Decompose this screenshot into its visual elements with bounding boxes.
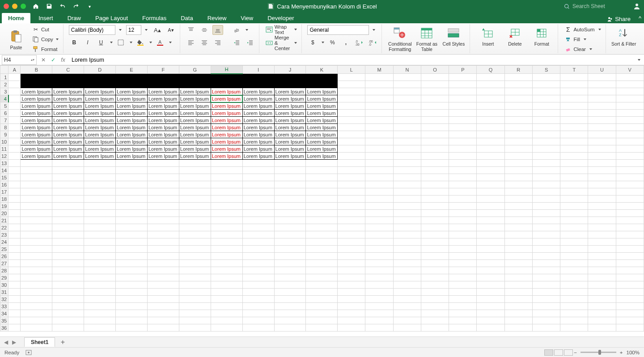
cell[interactable]: Lorem Ipsum bbox=[147, 153, 179, 160]
row-header[interactable]: 19 bbox=[0, 203, 8, 210]
cell[interactable] bbox=[84, 267, 116, 274]
cell[interactable] bbox=[338, 117, 365, 124]
cell[interactable]: Lorem Ipsum bbox=[116, 110, 148, 117]
cell[interactable] bbox=[532, 246, 560, 253]
cell[interactable]: Lorem Ipsum bbox=[242, 102, 274, 110]
cell[interactable] bbox=[116, 81, 148, 88]
cell[interactable] bbox=[179, 188, 211, 196]
cell[interactable] bbox=[588, 238, 616, 246]
align-middle-icon[interactable] bbox=[199, 25, 210, 35]
zoom-controls[interactable]: − + 100% bbox=[574, 350, 640, 355]
cell[interactable] bbox=[504, 296, 532, 303]
cell[interactable] bbox=[52, 281, 84, 289]
cell[interactable] bbox=[588, 217, 616, 224]
cell[interactable] bbox=[147, 74, 179, 81]
paste-button[interactable]: Paste bbox=[4, 29, 29, 50]
row-header[interactable]: 1 bbox=[0, 74, 8, 81]
format-as-table-button[interactable]: Format as Table bbox=[414, 25, 439, 53]
cell[interactable] bbox=[211, 246, 242, 253]
cell[interactable] bbox=[532, 145, 560, 153]
cell[interactable] bbox=[21, 260, 52, 267]
cell[interactable]: Lorem Ipsum bbox=[211, 131, 242, 138]
cell[interactable] bbox=[147, 217, 179, 224]
cell[interactable] bbox=[504, 88, 532, 95]
cell[interactable] bbox=[421, 303, 449, 310]
cell[interactable] bbox=[421, 310, 449, 317]
cell[interactable] bbox=[84, 217, 116, 224]
cell[interactable] bbox=[84, 231, 116, 238]
cell[interactable] bbox=[306, 160, 338, 167]
cell[interactable] bbox=[306, 296, 338, 303]
cell[interactable]: Lorem Ipsum bbox=[274, 138, 306, 145]
cell[interactable] bbox=[147, 303, 179, 310]
cell[interactable]: Lorem Ipsum bbox=[147, 117, 179, 124]
cell[interactable] bbox=[477, 224, 504, 231]
cell[interactable] bbox=[242, 210, 274, 217]
cell[interactable]: Lorem Ipsum bbox=[306, 88, 338, 95]
cell[interactable] bbox=[504, 74, 532, 81]
cell[interactable] bbox=[449, 181, 477, 188]
cell[interactable] bbox=[116, 246, 148, 253]
cell[interactable] bbox=[84, 238, 116, 246]
cell[interactable] bbox=[242, 74, 274, 81]
cell[interactable] bbox=[616, 74, 644, 81]
cell[interactable] bbox=[560, 160, 588, 167]
cell[interactable] bbox=[393, 102, 421, 110]
cell[interactable] bbox=[274, 224, 306, 231]
col-header[interactable]: G bbox=[179, 66, 211, 74]
cell[interactable] bbox=[242, 281, 274, 289]
cell[interactable] bbox=[588, 246, 616, 253]
cell[interactable] bbox=[532, 196, 560, 203]
cell[interactable] bbox=[449, 153, 477, 160]
cell[interactable] bbox=[116, 324, 148, 332]
cell[interactable] bbox=[393, 188, 421, 196]
cell[interactable] bbox=[147, 81, 179, 88]
cell[interactable] bbox=[616, 81, 644, 88]
cell[interactable] bbox=[242, 167, 274, 174]
cell[interactable]: Lorem Ipsum bbox=[274, 153, 306, 160]
cell[interactable] bbox=[365, 246, 393, 253]
zoom-out-icon[interactable]: − bbox=[574, 350, 577, 355]
formula-input[interactable] bbox=[68, 57, 634, 63]
cell[interactable] bbox=[588, 260, 616, 267]
cell[interactable] bbox=[8, 310, 21, 317]
cell[interactable] bbox=[306, 203, 338, 210]
cell[interactable] bbox=[242, 174, 274, 181]
cell[interactable] bbox=[616, 131, 644, 138]
cell[interactable]: Lorem Ipsum bbox=[147, 124, 179, 131]
cell[interactable] bbox=[338, 203, 365, 210]
cell[interactable] bbox=[84, 196, 116, 203]
cell[interactable] bbox=[588, 160, 616, 167]
cell[interactable] bbox=[449, 246, 477, 253]
cell[interactable] bbox=[616, 253, 644, 260]
cell[interactable] bbox=[393, 110, 421, 117]
cell[interactable] bbox=[421, 196, 449, 203]
cell[interactable] bbox=[84, 310, 116, 317]
cell[interactable] bbox=[21, 310, 52, 317]
cell[interactable] bbox=[393, 303, 421, 310]
cell[interactable]: Lorem Ipsum bbox=[211, 138, 242, 145]
cell[interactable] bbox=[8, 253, 21, 260]
cell[interactable] bbox=[365, 131, 393, 138]
cell[interactable] bbox=[242, 267, 274, 274]
row-header[interactable]: 14 bbox=[0, 167, 8, 174]
cell[interactable] bbox=[52, 81, 84, 88]
cell[interactable] bbox=[242, 160, 274, 167]
cell[interactable] bbox=[338, 246, 365, 253]
cell[interactable] bbox=[21, 231, 52, 238]
col-header[interactable]: C bbox=[52, 66, 84, 74]
cell[interactable] bbox=[365, 203, 393, 210]
cell[interactable] bbox=[116, 281, 148, 289]
cell[interactable] bbox=[616, 102, 644, 110]
row-header[interactable]: 28 bbox=[0, 267, 8, 274]
row-header[interactable]: 20 bbox=[0, 210, 8, 217]
cell[interactable] bbox=[52, 181, 84, 188]
cell[interactable] bbox=[338, 102, 365, 110]
cell[interactable] bbox=[560, 317, 588, 324]
cell[interactable] bbox=[52, 210, 84, 217]
cell[interactable] bbox=[532, 153, 560, 160]
cell[interactable] bbox=[616, 267, 644, 274]
align-top-icon[interactable] bbox=[186, 25, 196, 35]
cell[interactable]: Lorem Ipsum bbox=[52, 124, 84, 131]
cell[interactable] bbox=[365, 167, 393, 174]
